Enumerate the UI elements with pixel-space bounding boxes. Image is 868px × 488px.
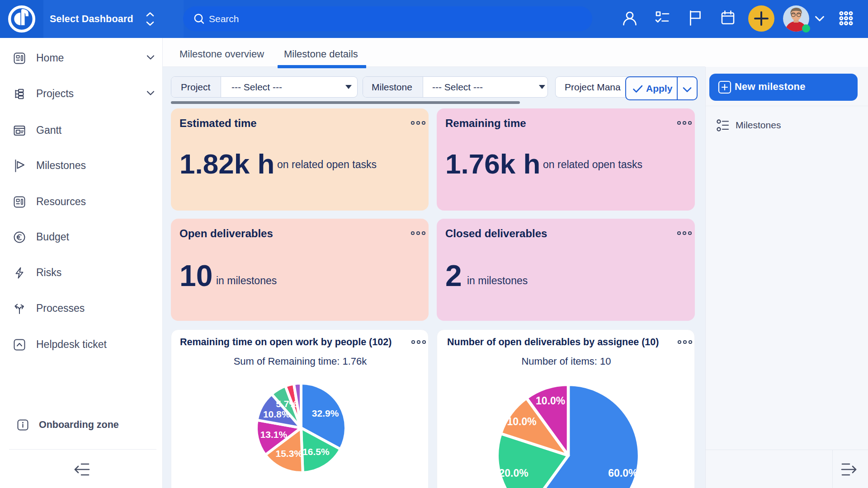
svg-text:32.9%: 32.9%	[312, 408, 339, 418]
svg-text:10.0%: 10.0%	[536, 395, 565, 407]
svg-text:60.0%: 60.0%	[608, 467, 637, 479]
svg-text:20.0%: 20.0%	[499, 467, 528, 479]
svg-text:15.3%: 15.3%	[276, 448, 303, 459]
svg-text:10.0%: 10.0%	[507, 416, 536, 427]
svg-text:16.5%: 16.5%	[302, 446, 330, 457]
svg-text:5.7%: 5.7%	[276, 399, 297, 409]
svg-text:13.1%: 13.1%	[260, 429, 288, 440]
svg-text:10.8%: 10.8%	[263, 409, 290, 419]
